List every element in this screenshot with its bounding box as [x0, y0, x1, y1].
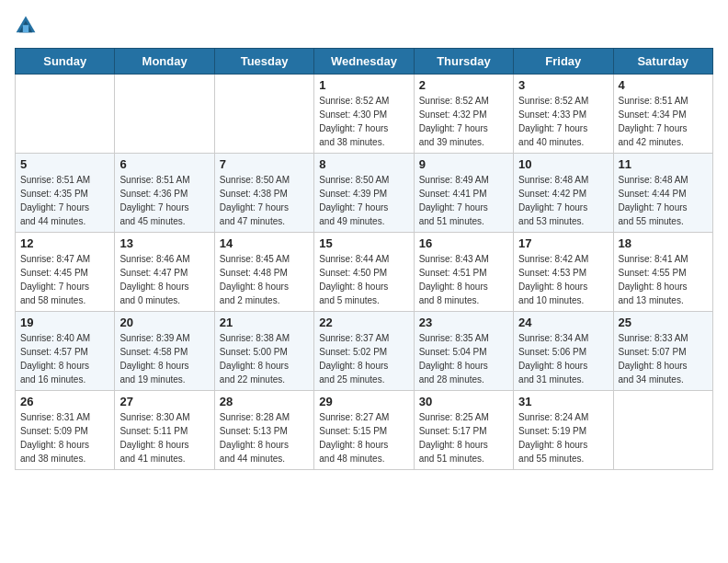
day-number: 24: [518, 316, 608, 329]
calendar-cell: 11Sunrise: 8:48 AMSunset: 4:44 PMDayligh…: [613, 154, 712, 233]
day-info: Sunrise: 8:25 AMSunset: 5:17 PMDaylight:…: [419, 410, 508, 465]
day-number: 6: [119, 157, 209, 171]
day-info: Sunrise: 8:49 AMSunset: 4:41 PMDaylight:…: [419, 173, 508, 228]
calendar-cell: 14Sunrise: 8:45 AMSunset: 4:48 PMDayligh…: [214, 233, 313, 312]
day-info: Sunrise: 8:30 AMSunset: 5:11 PMDaylight:…: [119, 410, 209, 465]
day-info: Sunrise: 8:52 AMSunset: 4:30 PMDaylight:…: [319, 94, 408, 149]
day-number: 12: [20, 236, 109, 250]
day-info: Sunrise: 8:41 AMSunset: 4:55 PMDaylight:…: [619, 252, 708, 307]
week-row-5: 26Sunrise: 8:31 AMSunset: 5:09 PMDayligh…: [16, 391, 713, 470]
day-header-friday: Friday: [514, 49, 613, 75]
day-number: 2: [419, 78, 508, 92]
calendar-cell: 12Sunrise: 8:47 AMSunset: 4:45 PMDayligh…: [16, 233, 115, 312]
calendar-cell: 21Sunrise: 8:38 AMSunset: 5:00 PMDayligh…: [214, 312, 313, 391]
calendar-cell: 29Sunrise: 8:27 AMSunset: 5:15 PMDayligh…: [314, 391, 414, 470]
day-number: 16: [419, 236, 508, 250]
day-header-sunday: Sunday: [16, 49, 115, 75]
day-info: Sunrise: 8:43 AMSunset: 4:51 PMDaylight:…: [419, 252, 508, 307]
calendar-cell: [214, 75, 313, 154]
day-info: Sunrise: 8:38 AMSunset: 5:00 PMDaylight:…: [220, 331, 309, 386]
logo: [15, 15, 40, 37]
calendar-cell: [613, 391, 712, 470]
day-number: 23: [419, 316, 508, 329]
calendar-cell: 27Sunrise: 8:30 AMSunset: 5:11 PMDayligh…: [115, 391, 214, 470]
day-number: 27: [119, 395, 209, 408]
day-number: 3: [518, 78, 608, 92]
week-row-2: 5Sunrise: 8:51 AMSunset: 4:35 PMDaylight…: [16, 154, 713, 233]
day-number: 5: [20, 157, 109, 171]
day-number: 30: [419, 395, 508, 408]
calendar-cell: 18Sunrise: 8:41 AMSunset: 4:55 PMDayligh…: [613, 233, 712, 312]
day-number: 8: [319, 157, 408, 171]
day-info: Sunrise: 8:31 AMSunset: 5:09 PMDaylight:…: [20, 410, 109, 465]
calendar-cell: 31Sunrise: 8:24 AMSunset: 5:19 PMDayligh…: [514, 391, 613, 470]
day-number: 31: [518, 395, 608, 408]
day-info: Sunrise: 8:39 AMSunset: 4:58 PMDaylight:…: [119, 331, 209, 386]
day-header-saturday: Saturday: [613, 49, 712, 75]
calendar-cell: 19Sunrise: 8:40 AMSunset: 4:57 PMDayligh…: [16, 312, 115, 391]
day-info: Sunrise: 8:27 AMSunset: 5:15 PMDaylight:…: [319, 410, 408, 465]
day-number: 4: [619, 78, 708, 92]
calendar-cell: 5Sunrise: 8:51 AMSunset: 4:35 PMDaylight…: [16, 154, 115, 233]
day-number: 25: [619, 316, 708, 329]
week-row-3: 12Sunrise: 8:47 AMSunset: 4:45 PMDayligh…: [16, 233, 713, 312]
calendar-cell: 20Sunrise: 8:39 AMSunset: 4:58 PMDayligh…: [115, 312, 214, 391]
day-info: Sunrise: 8:37 AMSunset: 5:02 PMDaylight:…: [319, 331, 408, 386]
day-info: Sunrise: 8:50 AMSunset: 4:39 PMDaylight:…: [319, 173, 408, 228]
calendar-cell: 22Sunrise: 8:37 AMSunset: 5:02 PMDayligh…: [314, 312, 414, 391]
day-header-wednesday: Wednesday: [314, 49, 414, 75]
calendar-cell: 16Sunrise: 8:43 AMSunset: 4:51 PMDayligh…: [414, 233, 513, 312]
day-number: 17: [518, 236, 608, 250]
day-number: 28: [220, 395, 309, 408]
calendar-cell: 17Sunrise: 8:42 AMSunset: 4:53 PMDayligh…: [514, 233, 613, 312]
day-info: Sunrise: 8:35 AMSunset: 5:04 PMDaylight:…: [419, 331, 508, 386]
day-number: 22: [319, 316, 408, 329]
day-info: Sunrise: 8:28 AMSunset: 5:13 PMDaylight:…: [220, 410, 309, 465]
calendar-cell: 24Sunrise: 8:34 AMSunset: 5:06 PMDayligh…: [514, 312, 613, 391]
calendar-cell: [16, 75, 115, 154]
day-info: Sunrise: 8:33 AMSunset: 5:07 PMDaylight:…: [619, 331, 708, 386]
calendar-cell: 10Sunrise: 8:48 AMSunset: 4:42 PMDayligh…: [514, 154, 613, 233]
day-headers-row: SundayMondayTuesdayWednesdayThursdayFrid…: [16, 49, 713, 75]
calendar-cell: 1Sunrise: 8:52 AMSunset: 4:30 PMDaylight…: [314, 75, 414, 154]
day-info: Sunrise: 8:50 AMSunset: 4:38 PMDaylight:…: [220, 173, 309, 228]
day-info: Sunrise: 8:47 AMSunset: 4:45 PMDaylight:…: [20, 252, 109, 307]
calendar-cell: 25Sunrise: 8:33 AMSunset: 5:07 PMDayligh…: [613, 312, 712, 391]
calendar-cell: 6Sunrise: 8:51 AMSunset: 4:36 PMDaylight…: [115, 154, 214, 233]
day-info: Sunrise: 8:48 AMSunset: 4:42 PMDaylight:…: [518, 173, 608, 228]
logo-icon: [15, 15, 37, 37]
day-number: 13: [119, 236, 209, 250]
week-row-4: 19Sunrise: 8:40 AMSunset: 4:57 PMDayligh…: [16, 312, 713, 391]
day-header-monday: Monday: [115, 49, 214, 75]
calendar-cell: 26Sunrise: 8:31 AMSunset: 5:09 PMDayligh…: [16, 391, 115, 470]
day-info: Sunrise: 8:34 AMSunset: 5:06 PMDaylight:…: [518, 331, 608, 386]
week-row-1: 1Sunrise: 8:52 AMSunset: 4:30 PMDaylight…: [16, 75, 713, 154]
day-number: 7: [220, 157, 309, 171]
day-header-tuesday: Tuesday: [214, 49, 313, 75]
day-info: Sunrise: 8:45 AMSunset: 4:48 PMDaylight:…: [220, 252, 309, 307]
calendar-cell: 3Sunrise: 8:52 AMSunset: 4:33 PMDaylight…: [514, 75, 613, 154]
calendar-table: SundayMondayTuesdayWednesdayThursdayFrid…: [15, 48, 713, 470]
day-number: 15: [319, 236, 408, 250]
day-info: Sunrise: 8:51 AMSunset: 4:35 PMDaylight:…: [20, 173, 109, 228]
calendar-cell: 23Sunrise: 8:35 AMSunset: 5:04 PMDayligh…: [414, 312, 513, 391]
day-info: Sunrise: 8:52 AMSunset: 4:32 PMDaylight:…: [419, 94, 508, 149]
day-number: 14: [220, 236, 309, 250]
day-info: Sunrise: 8:40 AMSunset: 4:57 PMDaylight:…: [20, 331, 109, 386]
calendar-cell: 7Sunrise: 8:50 AMSunset: 4:38 PMDaylight…: [214, 154, 313, 233]
day-info: Sunrise: 8:44 AMSunset: 4:50 PMDaylight:…: [319, 252, 408, 307]
svg-rect-2: [23, 25, 28, 32]
calendar-cell: 13Sunrise: 8:46 AMSunset: 4:47 PMDayligh…: [115, 233, 214, 312]
calendar-cell: 2Sunrise: 8:52 AMSunset: 4:32 PMDaylight…: [414, 75, 513, 154]
day-number: 20: [119, 316, 209, 329]
day-header-thursday: Thursday: [414, 49, 513, 75]
day-number: 18: [619, 236, 708, 250]
day-number: 21: [220, 316, 309, 329]
calendar-cell: 4Sunrise: 8:51 AMSunset: 4:34 PMDaylight…: [613, 75, 712, 154]
day-info: Sunrise: 8:51 AMSunset: 4:36 PMDaylight:…: [119, 173, 209, 228]
day-info: Sunrise: 8:24 AMSunset: 5:19 PMDaylight:…: [518, 410, 608, 465]
day-number: 10: [518, 157, 608, 171]
calendar-cell: 15Sunrise: 8:44 AMSunset: 4:50 PMDayligh…: [314, 233, 414, 312]
day-info: Sunrise: 8:46 AMSunset: 4:47 PMDaylight:…: [119, 252, 209, 307]
page-header: [15, 15, 713, 37]
